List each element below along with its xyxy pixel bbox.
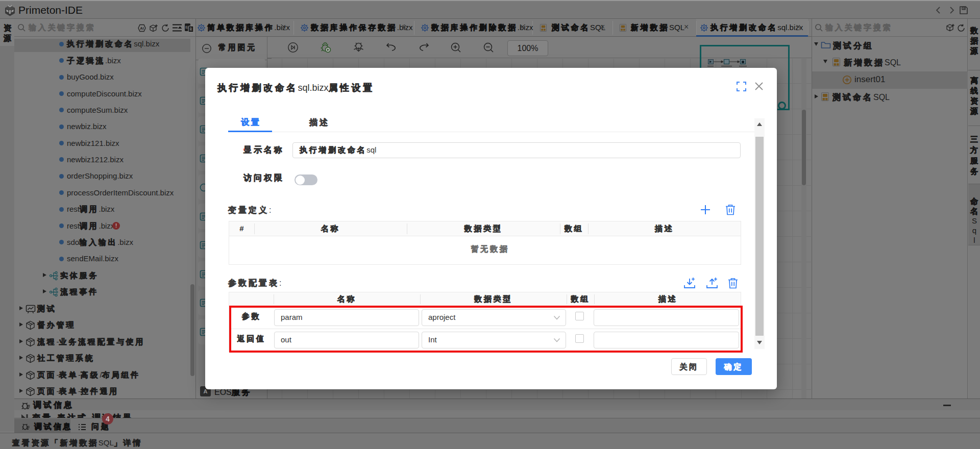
svg-text:AI: AI xyxy=(140,26,144,31)
svg-text:R: R xyxy=(189,27,192,32)
